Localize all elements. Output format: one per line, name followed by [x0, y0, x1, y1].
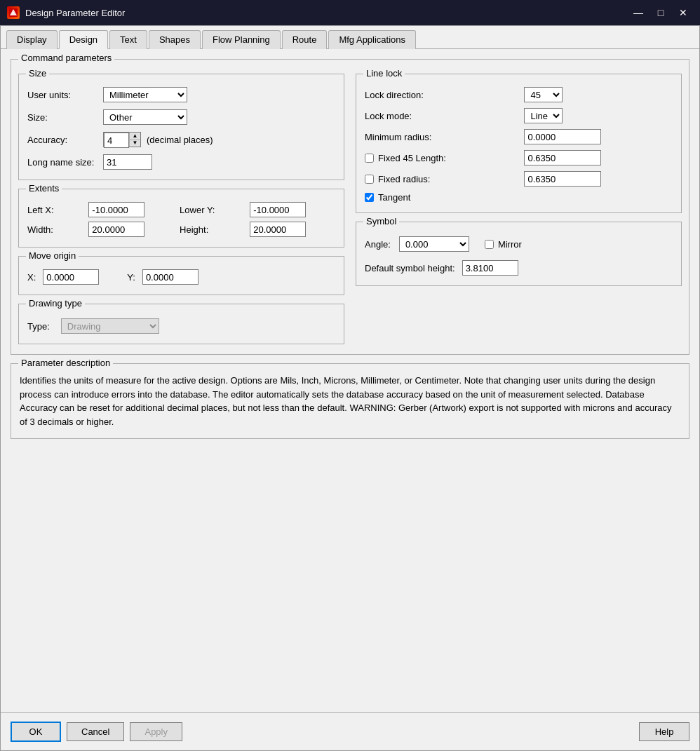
size-label: Size:	[27, 112, 97, 123]
long-name-input[interactable]	[103, 154, 152, 170]
mirror-checkbox[interactable]	[485, 240, 494, 249]
x-label: X:	[27, 272, 36, 283]
angle-row: Angle: 0.000 45.000 90.000 135.000 180.0…	[365, 236, 673, 252]
angle-select[interactable]: 0.000 45.000 90.000 135.000 180.000	[399, 236, 469, 252]
minimize-button[interactable]: —	[628, 4, 648, 21]
dialog: Display Design Text Shapes Flow Planning…	[0, 25, 700, 751]
drawing-type-legend: Drawing type	[26, 298, 85, 309]
cancel-button[interactable]: Cancel	[67, 722, 124, 741]
ok-button[interactable]: OK	[11, 722, 61, 742]
size-group: Size User units: Millimeter Mils Inch Mi…	[18, 74, 344, 180]
title-bar: Design Parameter Editor — □ ✕	[0, 0, 700, 25]
left-column: Size User units: Millimeter Mils Inch Mi…	[18, 74, 344, 344]
param-desc-text: Identifies the units of measure for the …	[20, 374, 680, 428]
tab-display[interactable]: Display	[6, 30, 58, 49]
drawing-type-row: Type: Drawing Schematic Layout	[27, 318, 335, 334]
min-radius-label: Minimum radius:	[365, 132, 517, 142]
size-row: Size: Other A B C D	[27, 109, 335, 125]
move-origin-legend: Move origin	[26, 250, 79, 261]
fixed-radius-label: Fixed radius:	[378, 174, 430, 184]
size-select[interactable]: Other A B C D	[103, 109, 187, 125]
mirror-label: Mirror	[498, 239, 522, 250]
button-bar: OK Cancel Apply Help	[1, 712, 699, 750]
lock-mode-label: Lock mode:	[365, 111, 517, 121]
tab-text[interactable]: Text	[109, 30, 147, 49]
close-button[interactable]: ✕	[673, 4, 693, 21]
move-x-input[interactable]	[43, 269, 99, 285]
right-column: Line lock Lock direction: 45 90 135 Lock…	[356, 74, 682, 344]
fixed45-label: Fixed 45 Length:	[378, 153, 446, 163]
user-units-row: User units: Millimeter Mils Inch Microns…	[27, 87, 335, 102]
size-legend: Size	[26, 68, 49, 79]
fixed45-input[interactable]	[524, 150, 601, 165]
default-height-label: Default symbol height:	[365, 263, 455, 273]
window-controls: — □ ✕	[628, 4, 693, 21]
spin-up-btn[interactable]: ▲	[129, 133, 140, 140]
width-label: Width:	[27, 224, 83, 235]
drawing-type-group: Drawing type Type: Drawing Schematic Lay…	[18, 304, 344, 344]
help-button[interactable]: Help	[639, 722, 689, 741]
decimal-places-label: (decimal places)	[147, 135, 213, 145]
app-icon	[7, 6, 20, 19]
tab-mfg-applications[interactable]: Mfg Applications	[328, 30, 416, 49]
spin-down-btn[interactable]: ▼	[129, 140, 140, 147]
default-height-input[interactable]	[462, 260, 518, 276]
tab-flow-planning[interactable]: Flow Planning	[202, 30, 281, 49]
lower-y-label: Lower Y:	[180, 205, 244, 215]
tangent-checkbox-row: Tangent	[365, 192, 517, 203]
lower-y-input[interactable]	[250, 202, 306, 217]
tangent-label: Tangent	[378, 192, 410, 203]
height-label: Height:	[180, 224, 244, 235]
symbol-legend: Symbol	[363, 216, 399, 226]
user-units-select[interactable]: Millimeter Mils Inch Microns Centimeter	[103, 87, 187, 102]
extents-legend: Extents	[26, 183, 62, 194]
fixed-radius-checkbox[interactable]	[365, 175, 374, 184]
left-x-input[interactable]	[88, 202, 144, 217]
left-x-label: Left X:	[27, 205, 83, 215]
lock-direction-select[interactable]: 45 90 135	[524, 87, 563, 102]
accuracy-label: Accuracy:	[27, 135, 97, 145]
long-name-row: Long name size:	[27, 154, 335, 170]
angle-label: Angle:	[365, 239, 391, 250]
mirror-checkbox-row: Mirror	[485, 239, 522, 250]
type-label: Type:	[27, 321, 50, 332]
fixed45-checkbox-row: Fixed 45 Length:	[365, 153, 517, 163]
move-origin-group: Move origin X: Y:	[18, 256, 344, 295]
line-lock-group: Line lock Lock direction: 45 90 135 Lock…	[356, 74, 682, 213]
command-params-legend: Command parameters	[18, 53, 114, 63]
lock-mode-select[interactable]: Line Arc	[524, 108, 563, 123]
spin-buttons: ▲ ▼	[129, 133, 140, 147]
param-desc-legend: Parameter description	[18, 358, 113, 368]
line-lock-legend: Line lock	[363, 68, 405, 79]
tab-shapes[interactable]: Shapes	[149, 30, 201, 49]
accuracy-row: Accuracy: ▲ ▼ (decimal places)	[27, 132, 335, 147]
user-units-label: User units:	[27, 90, 97, 100]
fixed-radius-checkbox-row: Fixed radius:	[365, 174, 517, 184]
param-desc-group: Parameter description Identifies the uni…	[11, 363, 689, 439]
width-input[interactable]	[88, 222, 144, 237]
min-radius-input[interactable]	[524, 129, 601, 144]
lock-direction-label: Lock direction:	[365, 90, 517, 100]
symbol-group: Symbol Angle: 0.000 45.000 90.000 135.00…	[356, 222, 682, 286]
command-params-group: Command parameters Size User units: Mill…	[11, 59, 689, 355]
accuracy-spinner[interactable]: ▲ ▼	[103, 132, 141, 147]
extents-group: Extents Left X: Lower Y: Width: Height:	[18, 189, 344, 248]
content-area: Command parameters Size User units: Mill…	[1, 49, 699, 712]
maximize-button[interactable]: □	[651, 4, 671, 21]
height-input[interactable]	[250, 222, 306, 237]
tab-route[interactable]: Route	[282, 30, 328, 49]
tab-design[interactable]: Design	[59, 30, 108, 49]
accuracy-input[interactable]	[104, 133, 129, 148]
y-label: Y:	[127, 272, 135, 283]
move-y-input[interactable]	[142, 269, 198, 285]
apply-button[interactable]: Apply	[130, 722, 182, 741]
drawing-type-select[interactable]: Drawing Schematic Layout	[61, 318, 159, 334]
long-name-label: Long name size:	[27, 157, 97, 168]
fixed-radius-input[interactable]	[524, 171, 601, 187]
tab-bar: Display Design Text Shapes Flow Planning…	[1, 26, 699, 49]
default-height-row: Default symbol height:	[365, 260, 673, 276]
tangent-checkbox[interactable]	[365, 193, 374, 202]
fixed45-checkbox[interactable]	[365, 154, 374, 163]
dialog-title: Design Parameter Editor	[25, 8, 623, 18]
